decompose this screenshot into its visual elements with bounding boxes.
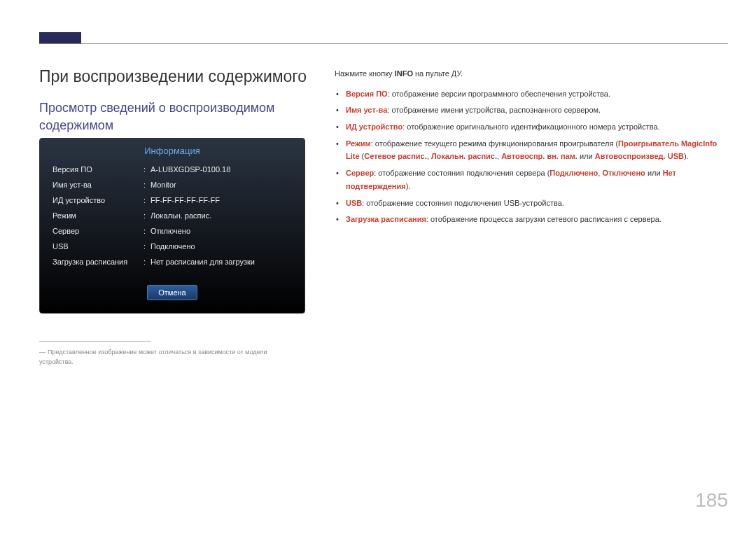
list-item: USB: отображение состояния подключения U… xyxy=(336,197,727,210)
row-label: Загрузка расписания xyxy=(52,258,144,266)
row-value: Локальн. распис. xyxy=(150,211,292,220)
info-panel-title: Информация xyxy=(40,139,304,162)
row-label: USB xyxy=(52,242,144,251)
page-title: При воспроизведении содержимого xyxy=(39,67,307,86)
row-label: Имя уст-ва xyxy=(52,181,144,189)
disclaimer-rule xyxy=(39,341,151,342)
row-label: Сервер xyxy=(52,227,144,235)
list-item: Режим: отображение текущего режима функц… xyxy=(336,137,727,163)
list-item: ИД устройство: отображение оригинального… xyxy=(336,120,727,134)
feature-list: Версия ПО: отображение версии программно… xyxy=(335,87,727,226)
list-item: Загрузка расписания: отображение процесс… xyxy=(336,213,727,226)
row-value: FF-FF-FF-FF-FF-FF xyxy=(150,196,292,204)
cancel-button[interactable]: Отмена xyxy=(147,285,197,300)
row-value: Подключено xyxy=(150,242,292,251)
list-item: Сервер: отображение состояния подключени… xyxy=(336,167,727,192)
row-label: Режим xyxy=(52,211,144,220)
list-item: Имя уст-ва: отображение имени устройства… xyxy=(336,104,727,117)
row-value: A-LUBXGDSP-0100.18 xyxy=(150,165,292,174)
row-value: Отключено xyxy=(150,227,292,235)
row-label: ИД устройство xyxy=(52,196,144,204)
info-row: USB:Подключено xyxy=(40,239,304,254)
row-label: Версия ПО xyxy=(52,165,144,174)
info-row: ИД устройство:FF-FF-FF-FF-FF-FF xyxy=(40,192,304,208)
list-item: Версия ПО: отображение версии программно… xyxy=(336,87,727,101)
disclaimer-text: ―Представленное изображение может отлича… xyxy=(39,348,298,367)
info-row: Сервер:Отключено xyxy=(40,223,304,239)
row-value: Monitor xyxy=(150,181,292,189)
section-subtitle: Просмотр сведений о воспроизводимом соде… xyxy=(39,99,291,134)
info-row: Имя уст-ва:Monitor xyxy=(40,177,304,192)
row-value: Нет расписания для загрузки xyxy=(150,258,292,266)
info-row: Версия ПО:A-LUBXGDSP-0100.18 xyxy=(40,162,304,177)
info-row: Загрузка расписания:Нет расписания для з… xyxy=(40,254,304,269)
info-panel: Информация Версия ПО:A-LUBXGDSP-0100.18 … xyxy=(39,138,305,314)
description-column: Нажмите кнопку INFO на пульте ДУ. Версия… xyxy=(335,67,727,230)
info-row: Режим:Локальн. распис. xyxy=(40,208,304,223)
page-number: 185 xyxy=(695,489,728,512)
intro-text: Нажмите кнопку INFO на пульте ДУ. xyxy=(335,67,727,80)
header-accent xyxy=(39,32,81,43)
header-rule xyxy=(39,43,728,44)
